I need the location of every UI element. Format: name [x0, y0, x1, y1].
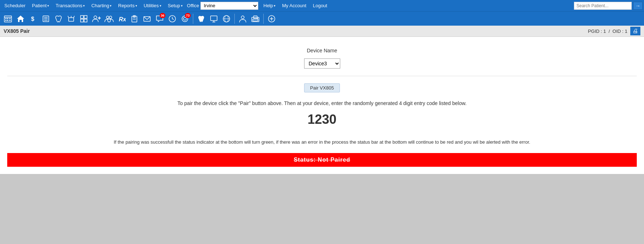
device-select[interactable]: Device3 Device1 Device2 — [304, 58, 340, 69]
search-button[interactable]: → — [633, 2, 643, 10]
clipboard-icon[interactable] — [129, 13, 140, 25]
svg-rect-4 — [9, 18, 10, 19]
scheduler-icon[interactable] — [2, 13, 14, 25]
svg-rect-5 — [5, 20, 7, 21]
chat-icon[interactable]: 36 — [154, 13, 165, 25]
refresh-badge: 73 — [185, 13, 191, 18]
chat-badge: 36 — [160, 13, 165, 18]
svg-rect-6 — [7, 20, 8, 21]
rx-icon[interactable]: Rx — [116, 13, 127, 25]
svg-marker-8 — [17, 16, 24, 22]
svg-rect-14 — [69, 18, 74, 21]
svg-line-35 — [172, 19, 174, 19]
tooth2-icon[interactable] — [195, 13, 207, 25]
nav-charting[interactable]: Charting ▾ — [88, 1, 114, 10]
svg-point-26 — [109, 16, 112, 18]
crown-icon[interactable] — [65, 13, 77, 25]
toolbar-sep-2 — [234, 14, 235, 24]
fax-icon[interactable] — [250, 13, 261, 25]
tooth-icon[interactable] — [53, 13, 64, 25]
svg-point-48 — [257, 18, 258, 19]
nav-transactions[interactable]: Transactions ▾ — [53, 1, 88, 10]
toolbar-sep-1 — [193, 14, 193, 24]
home-icon[interactable] — [15, 13, 26, 25]
nav-reports[interactable]: Reports ▾ — [115, 1, 140, 10]
device-select-wrapper: Device3 Device1 Device2 — [304, 58, 340, 69]
refresh-icon[interactable]: 73 — [179, 13, 191, 25]
nav-utilities-arrow: ▾ — [160, 4, 161, 8]
nav-utilities[interactable]: Utilities ▾ — [141, 1, 164, 10]
nav-my-account[interactable]: My Account — [279, 1, 309, 10]
clock-icon[interactable] — [167, 13, 178, 25]
nav-charting-arrow: ▾ — [110, 4, 112, 8]
print-button[interactable]: 🖨 — [630, 27, 640, 35]
warning-text: If the pairing was successfull the statu… — [114, 139, 530, 146]
nav-logout[interactable]: Logout — [310, 1, 330, 10]
monitor-icon[interactable] — [208, 13, 220, 25]
svg-line-17 — [74, 16, 74, 18]
nav-setup-arrow: ▾ — [181, 4, 183, 8]
instruction-text: To pair the device click the "Pair" butt… — [177, 100, 466, 106]
nav-patient[interactable]: Patient ▾ — [29, 1, 52, 10]
nav-setup[interactable]: Setup ▾ — [165, 1, 186, 10]
people-icon[interactable] — [237, 13, 248, 25]
svg-rect-21 — [84, 19, 87, 22]
svg-rect-47 — [253, 19, 258, 21]
pair-vx805-button[interactable]: Pair VX805 — [304, 83, 340, 92]
nav-patient-arrow: ▾ — [47, 4, 49, 8]
svg-rect-19 — [84, 16, 87, 18]
pgid-info: PGID : 1 / OID : 1 🖨 — [588, 27, 640, 35]
nav-reports-arrow: ▾ — [135, 4, 137, 8]
finance-icon[interactable]: $ — [27, 13, 39, 25]
icon-toolbar: $ — [0, 11, 644, 26]
office-label: Office — [187, 3, 199, 8]
search-input[interactable] — [574, 2, 632, 10]
svg-point-22 — [94, 16, 97, 19]
mail-icon[interactable] — [141, 13, 153, 25]
device-name-label: Device Name — [307, 48, 337, 53]
status-bar: Status: Not Paired — [7, 153, 637, 167]
nav-help[interactable]: Help ▾ — [260, 1, 278, 10]
toolbar-sep-3 — [263, 14, 264, 24]
nav-help-arrow: ▾ — [274, 4, 276, 8]
svg-rect-7 — [9, 20, 10, 21]
expand-icon[interactable] — [266, 13, 277, 25]
svg-rect-20 — [81, 19, 83, 22]
add-patient-icon[interactable] — [91, 13, 102, 25]
svg-point-25 — [107, 16, 109, 18]
globe-icon[interactable] — [221, 13, 232, 25]
device-section: Device Name Device3 Device1 Device2 Pair… — [7, 48, 637, 146]
svg-rect-2 — [5, 18, 7, 19]
svg-rect-38 — [211, 16, 217, 21]
page-header: VX805 Pair PGID : 1 / OID : 1 🖨 — [0, 26, 644, 37]
top-nav-bar: Scheduler Patient ▾ Transactions ▾ Chart… — [0, 0, 644, 11]
group-icon[interactable] — [103, 13, 115, 25]
svg-rect-3 — [7, 18, 8, 19]
pgid-text: PGID : 1 / OID : 1 — [588, 29, 627, 34]
chart-grid-icon[interactable] — [78, 13, 90, 25]
ledger-icon[interactable] — [40, 13, 52, 25]
svg-rect-18 — [81, 16, 83, 18]
svg-text:$: $ — [31, 16, 34, 22]
office-select[interactable]: Irvine — [200, 2, 258, 10]
nav-transactions-arrow: ▾ — [83, 4, 85, 8]
search-area: → — [574, 2, 643, 10]
svg-line-15 — [68, 16, 69, 18]
bottom-area — [0, 174, 644, 244]
nav-scheduler[interactable]: Scheduler — [1, 1, 29, 10]
svg-point-44 — [241, 16, 244, 19]
office-selector: Office Irvine — [187, 2, 259, 10]
main-content: Device Name Device3 Device1 Device2 Pair… — [0, 37, 644, 174]
entry-code: 1230 — [307, 112, 336, 127]
svg-text:Rx: Rx — [119, 16, 126, 22]
page-title: VX805 Pair — [4, 28, 30, 34]
